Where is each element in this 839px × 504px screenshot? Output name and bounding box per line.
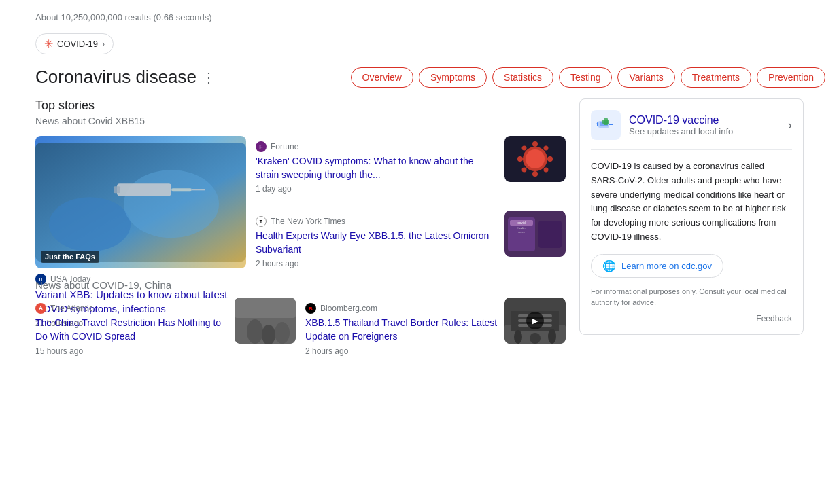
svg-rect-50 bbox=[597, 122, 598, 126]
svg-rect-4 bbox=[114, 186, 120, 193]
tab-overview[interactable]: Overview bbox=[351, 67, 413, 88]
vaccine-subtitle: See updates and local info bbox=[629, 126, 733, 137]
nyt-icon: T bbox=[256, 216, 267, 227]
covid-icon: ✳ bbox=[44, 37, 53, 50]
svg-rect-3 bbox=[117, 183, 171, 196]
svg-point-43 bbox=[514, 330, 522, 344]
top-stories-subtitle: News about Covid XBB15 bbox=[35, 115, 566, 126]
top-stories-row: Just the FAQs U USA Today Variant XBB: U… bbox=[35, 136, 566, 268]
covid-breadcrumb[interactable]: ✳ COVID-19 › bbox=[35, 33, 114, 54]
bloomberg-source: Bloomberg.com bbox=[320, 304, 377, 313]
disease-title-row: Coronavirus disease ⋮ bbox=[35, 67, 216, 88]
disease-header: Coronavirus disease ⋮ Overview Symptoms … bbox=[0, 58, 839, 88]
more-options-icon[interactable]: ⋮ bbox=[202, 69, 216, 86]
svg-point-2 bbox=[124, 170, 219, 238]
china-section-title: News about COVID-19, China bbox=[35, 279, 566, 291]
feedback-row: Feedback bbox=[591, 314, 792, 323]
vaccine-icon bbox=[591, 110, 621, 140]
svg-point-33 bbox=[247, 319, 263, 344]
large-article-image: Just the FAQs bbox=[35, 136, 246, 268]
vaccine-info: COVID-19 vaccine See updates and local i… bbox=[629, 114, 733, 137]
svg-point-18 bbox=[522, 168, 527, 173]
svg-rect-36 bbox=[235, 298, 296, 318]
faq-badge: Just the FAQs bbox=[41, 251, 99, 263]
learn-more-label: Learn more on cdc.gov bbox=[621, 261, 712, 271]
fortune-source: Fortune bbox=[271, 142, 298, 151]
svg-point-44 bbox=[530, 333, 541, 344]
atlantic-source-row: A The Atlantic bbox=[35, 303, 228, 314]
learn-more-button[interactable]: 🌐 Learn more on cdc.gov bbox=[591, 254, 723, 278]
tabs-row: Overview Symptoms Statistics Testing Var… bbox=[351, 67, 825, 88]
right-column: COVID-19 vaccine See updates and local i… bbox=[579, 98, 804, 356]
atlantic-article-time: 15 hours ago bbox=[35, 346, 296, 356]
breadcrumb-chevron-icon: › bbox=[102, 39, 105, 49]
svg-point-35 bbox=[275, 322, 290, 344]
page: About 10,250,000,000 results (0.66 secon… bbox=[0, 0, 839, 374]
main-layout: Top stories News about Covid XBB15 bbox=[0, 88, 839, 367]
cdc-globe-icon: 🌐 bbox=[602, 259, 616, 272]
tab-variants[interactable]: Variants bbox=[617, 67, 674, 88]
atlantic-icon: A bbox=[35, 303, 46, 314]
nyt-article-time: 2 hours ago bbox=[256, 259, 566, 268]
svg-point-14 bbox=[517, 156, 523, 162]
svg-point-17 bbox=[544, 146, 549, 151]
svg-rect-5 bbox=[171, 188, 192, 191]
breadcrumb-label: COVID-19 bbox=[57, 39, 98, 49]
nyt-source: The New York Times bbox=[271, 217, 345, 226]
vaccine-title: COVID-19 vaccine bbox=[629, 114, 733, 126]
svg-text:scree: scree bbox=[518, 230, 526, 234]
bloomberg-article-card: ▶ B Bloomberg.com XBB.1.5 Thailand Trave… bbox=[305, 298, 566, 355]
svg-point-1 bbox=[49, 197, 131, 251]
fortune-article-thumb bbox=[504, 136, 566, 182]
tab-treatments[interactable]: Treatments bbox=[681, 67, 751, 88]
bloomberg-article-thumb: ▶ bbox=[504, 298, 566, 344]
atlantic-article-card: A The Atlantic The China Travel Restrict… bbox=[35, 298, 296, 355]
nyt-article-card: covid health scree T The New York Times … bbox=[256, 211, 566, 268]
svg-point-11 bbox=[526, 149, 545, 168]
svg-point-13 bbox=[532, 171, 538, 177]
fortune-article-card: F Fortune 'Kraken' COVID symptoms: What … bbox=[256, 136, 566, 202]
svg-point-45 bbox=[548, 329, 556, 344]
disease-title: Coronavirus disease bbox=[35, 67, 196, 88]
china-articles-row: A The Atlantic The China Travel Restrict… bbox=[35, 298, 566, 355]
fortune-article-time: 1 day ago bbox=[256, 184, 566, 194]
tab-prevention[interactable]: Prevention bbox=[757, 67, 825, 88]
svg-rect-30 bbox=[538, 221, 562, 248]
vaccine-card[interactable]: COVID-19 vaccine See updates and local i… bbox=[591, 110, 792, 150]
panel-description: COVID-19 is caused by a coronavirus call… bbox=[591, 160, 792, 245]
tab-symptoms[interactable]: Symptoms bbox=[419, 67, 487, 88]
fortune-icon: F bbox=[256, 141, 267, 152]
svg-point-15 bbox=[547, 156, 553, 162]
info-panel: COVID-19 vaccine See updates and local i… bbox=[579, 98, 804, 335]
result-count: About 10,250,000,000 results (0.66 secon… bbox=[0, 7, 839, 29]
svg-point-12 bbox=[532, 141, 538, 147]
side-articles-col: F Fortune 'Kraken' COVID symptoms: What … bbox=[256, 136, 566, 268]
bloomberg-icon: B bbox=[305, 303, 316, 314]
tab-testing[interactable]: Testing bbox=[559, 67, 612, 88]
svg-rect-52 bbox=[602, 120, 609, 124]
svg-rect-6 bbox=[192, 189, 205, 190]
svg-point-19 bbox=[544, 168, 549, 173]
top-stories-title: Top stories bbox=[35, 98, 566, 113]
nyt-article-thumb: covid health scree bbox=[504, 211, 566, 257]
left-column: Top stories News about Covid XBB15 bbox=[35, 98, 566, 356]
fortune-source-row: F Fortune bbox=[256, 141, 498, 152]
svg-point-16 bbox=[522, 146, 527, 151]
bloomberg-article-time: 2 hours ago bbox=[305, 346, 566, 356]
tab-statistics[interactable]: Statistics bbox=[492, 67, 553, 88]
disclaimer-text: For informational purposes only. Consult… bbox=[591, 286, 792, 308]
atlantic-article-thumb bbox=[235, 298, 296, 344]
large-article-card: Just the FAQs U USA Today Variant XBB: U… bbox=[35, 136, 246, 268]
atlantic-source: The Atlantic bbox=[50, 304, 93, 313]
video-play-icon[interactable]: ▶ bbox=[526, 312, 544, 329]
bloomberg-source-row: B Bloomberg.com bbox=[305, 303, 498, 314]
svg-text:health: health bbox=[518, 226, 526, 230]
feedback-link[interactable]: Feedback bbox=[756, 314, 792, 323]
vaccine-chevron-icon: › bbox=[788, 118, 792, 132]
breadcrumb-bar: ✳ COVID-19 › bbox=[0, 29, 839, 58]
svg-text:covid: covid bbox=[517, 221, 526, 225]
nyt-source-row: T The New York Times bbox=[256, 216, 498, 227]
